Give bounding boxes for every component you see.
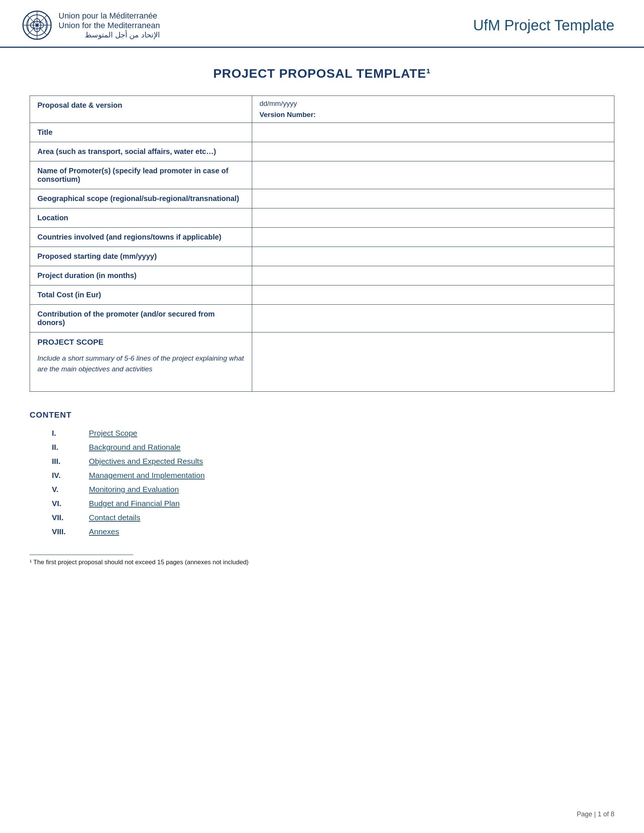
toc-list: I. Project Scope II. Background and Rati… [52,429,614,536]
page-number: Page | 1 of 8 [576,810,614,818]
footnote-divider [30,555,133,555]
label-proposal-date: Proposal date & version [30,96,252,123]
value-area [252,142,614,161]
value-proposal-date: dd/mm/yyyy Version Number: [252,96,614,123]
label-duration: Project duration (in months) [30,266,252,285]
table-row: Name of Promoter(s) (specify lead promot… [30,161,614,189]
toc-num-4: IV. [52,471,89,480]
toc-num-3: III. [52,457,89,466]
toc-link-contact[interactable]: Contact details [89,513,140,522]
list-item: VI. Budget and Financial Plan [52,499,614,508]
scope-description: Include a short summary of 5-6 lines of … [37,354,244,373]
value-total-cost [252,285,614,305]
org-name-arabic: الإتحاد من أجل المتوسط [58,31,160,39]
header-org-text: Union pour la Méditerranée Union for the… [58,11,160,39]
label-project-scope: PROJECT SCOPE Include a short summary of… [30,333,252,392]
toc-link-background[interactable]: Background and Rationale [89,443,181,452]
toc-link-objectives[interactable]: Objectives and Expected Results [89,457,203,466]
list-item: III. Objectives and Expected Results [52,457,614,466]
table-row: Geographical scope (regional/sub-regiona… [30,189,614,208]
value-geo-scope [252,189,614,208]
toc-num-6: VI. [52,499,89,508]
table-row: Location [30,208,614,228]
proposal-table: Proposal date & version dd/mm/yyyy Versi… [30,95,614,392]
org-name-english: Union for the Mediterranean [58,21,160,31]
label-contribution: Contribution of the promoter (and/or sec… [30,305,252,333]
value-project-scope [252,333,614,392]
toc-heading: CONTENT [30,410,614,420]
header: Union pour la Méditerranée Union for the… [0,0,644,48]
toc-section: CONTENT I. Project Scope II. Background … [30,410,614,536]
scope-title: PROJECT SCOPE [37,338,245,347]
table-row: Countries involved (and regions/towns if… [30,228,614,247]
list-item: VII. Contact details [52,513,614,522]
list-item: I. Project Scope [52,429,614,437]
value-start-date [252,247,614,266]
list-item: IV. Management and Implementation [52,471,614,480]
document-title: PROJECT PROPOSAL TEMPLATE¹ [30,66,614,81]
main-content: PROJECT PROPOSAL TEMPLATE¹ Proposal date… [0,48,644,588]
table-row: Area (such as transport, social affairs,… [30,142,614,161]
toc-link-annexes[interactable]: Annexes [89,527,119,536]
toc-num-7: VII. [52,513,89,522]
toc-num-1: I. [52,429,89,437]
table-row: Title [30,123,614,142]
toc-num-2: II. [52,443,89,452]
table-row: Proposed starting date (mm/yyyy) [30,247,614,266]
toc-link-monitoring[interactable]: Monitoring and Evaluation [89,485,179,494]
version-value: Version Number: [259,111,607,119]
table-row: Contribution of the promoter (and/or sec… [30,305,614,333]
svg-point-8 [35,24,39,27]
table-row: Project duration (in months) [30,266,614,285]
org-name-french: Union pour la Méditerranée [58,11,160,21]
label-total-cost: Total Cost (in Eur) [30,285,252,305]
value-countries [252,228,614,247]
value-title [252,123,614,142]
list-item: V. Monitoring and Evaluation [52,485,614,494]
header-left: Union pour la Méditerranée Union for the… [22,10,160,40]
label-area: Area (such as transport, social affairs,… [30,142,252,161]
date-value: dd/mm/yyyy [259,100,607,108]
toc-link-management[interactable]: Management and Implementation [89,471,205,480]
value-location [252,208,614,228]
label-promoter: Name of Promoter(s) (specify lead promot… [30,161,252,189]
table-row: Total Cost (in Eur) [30,285,614,305]
footnote-area: ¹ The first project proposal should not … [30,555,614,566]
table-row: Proposal date & version dd/mm/yyyy Versi… [30,96,614,123]
value-duration [252,266,614,285]
page: Union pour la Méditerranée Union for the… [0,0,644,833]
label-start-date: Proposed starting date (mm/yyyy) [30,247,252,266]
ufm-logo [22,10,52,40]
footnote-text: ¹ The first project proposal should not … [30,559,248,566]
value-contribution [252,305,614,333]
value-promoter [252,161,614,189]
list-item: VIII. Annexes [52,527,614,536]
table-row-scope: PROJECT SCOPE Include a short summary of… [30,333,614,392]
toc-link-project-scope[interactable]: Project Scope [89,429,137,437]
toc-link-budget[interactable]: Budget and Financial Plan [89,499,180,508]
toc-num-5: V. [52,485,89,494]
label-geo-scope: Geographical scope (regional/sub-regiona… [30,189,252,208]
label-countries: Countries involved (and regions/towns if… [30,228,252,247]
list-item: II. Background and Rationale [52,443,614,452]
label-location: Location [30,208,252,228]
toc-num-8: VIII. [52,527,89,536]
label-title: Title [30,123,252,142]
document-header-title: UfM Project Template [473,17,614,34]
